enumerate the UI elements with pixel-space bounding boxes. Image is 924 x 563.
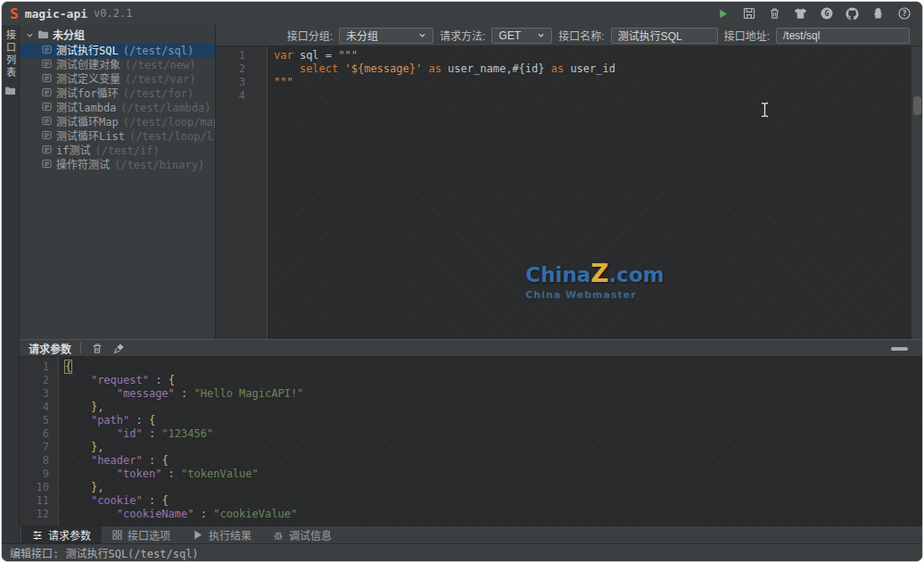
theme-button[interactable] [793,6,808,21]
line-number: 5 [20,414,49,427]
code-token: : [143,427,162,440]
clear-params-button[interactable] [90,342,103,355]
api-path: (/test/if) [95,144,159,158]
delete-button[interactable] [767,6,782,21]
bottom-tab-bar: 请求参数接口选项执行结果调试信息 [20,526,922,543]
chevron-down-icon [26,29,34,43]
format-json-button[interactable] [112,342,126,355]
line-number: 3 [20,387,49,401]
group-select[interactable]: 未分组 [339,28,433,44]
code-line[interactable]: "request" : { [65,374,922,387]
chevron-down-icon [537,31,545,39]
group-label: 接口分组: [287,28,333,43]
api-url-input[interactable]: /test/sql [776,28,910,44]
params-editor[interactable]: 123456789101112 { "request" : { "message… [20,357,922,526]
scrollbar-thumb[interactable] [913,96,921,115]
code-token: { [65,360,71,373]
code-line[interactable]: { [65,360,922,374]
gitee-link[interactable]: G [819,6,834,21]
tree-item[interactable]: 操作符测试 (/test/binary) [20,158,215,172]
code-line[interactable]: }, [65,481,922,494]
code-token [65,414,91,426]
code-token: "cookie" [91,494,143,507]
code-line[interactable]: "cookie" : { [65,494,922,508]
code-line[interactable] [274,89,922,103]
line-number: 11 [20,494,49,508]
save-button[interactable] [741,6,756,21]
code-token: as [428,62,441,75]
editor-code[interactable]: ChinaZ.com China Webmaster var sql = """… [268,46,922,339]
script-editor[interactable]: 1234 ChinaZ.com China Webmaster [216,46,922,339]
top-section: 未分组 测试执行SQL (/test/sql)测试创建对象 (/test/new… [20,25,922,339]
code-token: : [143,494,162,507]
code-token: """ [338,49,358,62]
api-name: 测试lambda [56,101,116,115]
code-line[interactable]: select '${message}' as user_name,#{id} a… [274,62,922,76]
folder-icon [37,29,49,43]
editor-scrollbar[interactable] [911,46,922,339]
code-line[interactable]: "cookieName" : "cookieValue" [65,508,922,521]
code-token: : [149,374,169,386]
help-button[interactable]: ? [896,6,912,21]
tree-group-header[interactable]: 未分组 [20,28,215,44]
api-icon [42,158,52,172]
tree-item[interactable]: 测试lambda (/test/lambda) [20,101,215,115]
run-button[interactable] [715,6,730,21]
code-token: "Hello MagicAPI!" [194,387,304,400]
code-token: "message" [117,387,175,400]
api-path: (/test/loop/list) [129,129,215,144]
code-token: "id" [117,427,143,440]
params-code[interactable]: { "request" : { "message" : "Hello Magic… [59,357,922,526]
code-line[interactable]: "id" : "123456" [65,427,922,441]
watermark-subtitle: China Webmaster [525,289,664,301]
code-line[interactable]: """ [274,76,922,89]
line-number: 2 [216,62,245,76]
main-area: 接口列表 未分组 [2,25,922,543]
code-token [65,454,91,467]
code-line[interactable]: }, [65,441,922,454]
code-token: '${message}' [345,62,423,75]
api-list-tab-label: 接口列表 [3,29,19,79]
code-token [65,387,117,400]
code-line[interactable]: }, [65,401,922,414]
code-token: var [274,49,293,62]
code-token: "cookieName" [117,508,194,520]
svg-text:G: G [824,9,829,18]
tree-item[interactable]: 测试循环Map (/test/loop/map) [20,115,215,129]
api-name-input[interactable]: 测试执行SQL [611,28,718,44]
api-icon [42,101,52,115]
tab-sliders[interactable]: 请求参数 [21,526,102,543]
tree-item[interactable]: 测试执行SQL (/test/sql) [20,44,215,58]
code-token [65,494,91,507]
code-line[interactable]: var sql = """ [274,49,922,62]
minimize-panel-button[interactable] [891,347,908,351]
code-token: : [129,414,149,426]
code-token [274,62,300,75]
tree-item[interactable]: 测试创建对象 (/test/new) [20,58,215,72]
code-token: user_id [564,62,615,75]
tree-item[interactable]: if测试 (/test/if) [20,144,215,158]
code-line[interactable]: "path" : { [65,414,922,427]
api-path: (/test/sql) [123,44,194,58]
code-line[interactable]: "token" : "tokenValue" [65,468,922,481]
code-token [65,401,91,413]
tree-item[interactable]: 测试循环List (/test/loop/list) [20,129,215,144]
tree-group-name: 未分组 [53,29,85,43]
method-select[interactable]: GET [491,28,552,44]
code-token [65,374,91,386]
api-icon [42,44,52,58]
code-token [65,427,117,440]
code-line[interactable]: "header" : { [65,454,922,468]
api-list-tab[interactable]: 接口列表 [3,29,19,98]
group-select-value: 未分组 [346,28,378,43]
code-token: { [169,374,175,386]
tab-bug[interactable]: 调试信息 [262,526,342,543]
qq-link[interactable] [870,6,886,21]
tree-item[interactable]: 测试for循环 (/test/for) [20,87,215,101]
tab-grid[interactable]: 接口选项 [102,526,181,543]
code-line[interactable]: "message" : "Hello MagicAPI!" [65,387,922,401]
github-link[interactable] [845,6,860,21]
app-version: v0.2.1 [94,7,132,20]
tree-item[interactable]: 测试定义变量 (/test/var) [20,72,215,87]
tab-play[interactable]: 执行结果 [181,526,262,543]
